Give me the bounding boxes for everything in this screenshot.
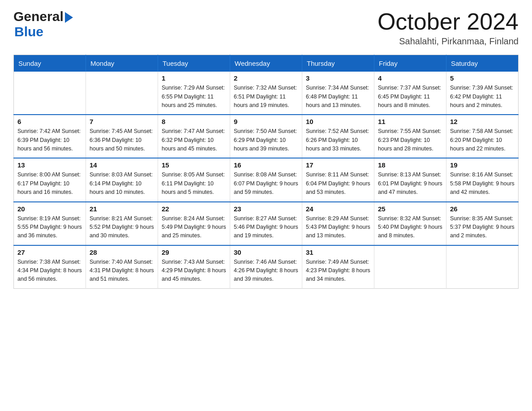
calendar-cell: 28Sunrise: 7:40 AM Sunset: 4:31 PM Dayli… [86,245,158,289]
calendar-header-friday: Friday [374,55,446,72]
calendar-cell: 29Sunrise: 7:43 AM Sunset: 4:29 PM Dayli… [158,245,230,289]
day-number: 4 [378,74,442,82]
calendar-week-row: 27Sunrise: 7:38 AM Sunset: 4:34 PM Dayli… [14,245,519,289]
calendar-cell: 18Sunrise: 8:13 AM Sunset: 6:01 PM Dayli… [374,158,446,201]
day-number: 2 [234,74,298,82]
calendar-cell: 14Sunrise: 8:03 AM Sunset: 6:14 PM Dayli… [86,158,158,201]
calendar-cell: 2Sunrise: 7:32 AM Sunset: 6:51 PM Daylig… [230,72,302,115]
calendar-header-tuesday: Tuesday [158,55,230,72]
day-number: 23 [234,205,298,213]
calendar-cell: 25Sunrise: 8:32 AM Sunset: 5:40 PM Dayli… [374,202,446,245]
calendar-header-thursday: Thursday [302,55,374,72]
day-info-text: Sunrise: 8:24 AM Sunset: 5:49 PM Dayligh… [162,214,226,240]
day-number: 8 [162,118,226,125]
day-info-text: Sunrise: 8:27 AM Sunset: 5:46 PM Dayligh… [234,214,298,240]
day-number: 24 [306,205,370,213]
day-info-text: Sunrise: 7:58 AM Sunset: 6:20 PM Dayligh… [450,127,515,153]
calendar-cell: 21Sunrise: 8:21 AM Sunset: 5:52 PM Dayli… [86,202,158,245]
calendar-header-wednesday: Wednesday [230,55,302,72]
day-number: 7 [90,118,154,125]
calendar-cell: 31Sunrise: 7:49 AM Sunset: 4:23 PM Dayli… [302,245,374,289]
day-number: 17 [306,161,370,169]
logo-arrow-icon [65,12,73,23]
location-text: Sahalahti, Pirkanmaa, Finland [378,36,519,47]
day-number: 16 [234,161,298,169]
calendar-cell: 5Sunrise: 7:39 AM Sunset: 6:42 PM Daylig… [446,72,519,115]
calendar-cell: 13Sunrise: 8:00 AM Sunset: 6:17 PM Dayli… [14,158,86,201]
calendar-cell [86,72,158,115]
calendar-cell: 1Sunrise: 7:29 AM Sunset: 6:55 PM Daylig… [158,72,230,115]
calendar-cell: 15Sunrise: 8:05 AM Sunset: 6:11 PM Dayli… [158,158,230,201]
day-number: 15 [162,161,226,169]
calendar-week-row: 1Sunrise: 7:29 AM Sunset: 6:55 PM Daylig… [14,72,519,115]
calendar-cell: 3Sunrise: 7:34 AM Sunset: 6:48 PM Daylig… [302,72,374,115]
calendar-cell [374,245,446,289]
day-info-text: Sunrise: 7:43 AM Sunset: 4:29 PM Dayligh… [162,258,226,284]
calendar-week-row: 20Sunrise: 8:19 AM Sunset: 5:55 PM Dayli… [14,202,519,245]
day-info-text: Sunrise: 8:21 AM Sunset: 5:52 PM Dayligh… [90,214,154,240]
day-number: 5 [450,74,515,82]
calendar-cell [446,245,519,289]
day-info-text: Sunrise: 7:38 AM Sunset: 4:34 PM Dayligh… [17,258,82,284]
day-number: 1 [162,74,226,82]
day-info-text: Sunrise: 7:39 AM Sunset: 6:42 PM Dayligh… [450,84,515,110]
day-number: 12 [450,118,515,125]
calendar-week-row: 13Sunrise: 8:00 AM Sunset: 6:17 PM Dayli… [14,158,519,201]
calendar-cell: 7Sunrise: 7:45 AM Sunset: 6:36 PM Daylig… [86,115,158,158]
calendar-cell: 22Sunrise: 8:24 AM Sunset: 5:49 PM Dayli… [158,202,230,245]
calendar-cell: 24Sunrise: 8:29 AM Sunset: 5:43 PM Dayli… [302,202,374,245]
day-info-text: Sunrise: 7:37 AM Sunset: 6:45 PM Dayligh… [378,84,442,110]
day-number: 20 [17,205,82,213]
day-number: 26 [450,205,515,213]
day-number: 9 [234,118,298,125]
day-number: 3 [306,74,370,82]
calendar-cell: 19Sunrise: 8:16 AM Sunset: 5:58 PM Dayli… [446,158,519,201]
day-info-text: Sunrise: 8:03 AM Sunset: 6:14 PM Dayligh… [90,171,154,197]
calendar-cell [14,72,86,115]
day-info-text: Sunrise: 8:00 AM Sunset: 6:17 PM Dayligh… [17,171,82,197]
day-info-text: Sunrise: 8:19 AM Sunset: 5:55 PM Dayligh… [17,214,82,240]
day-info-text: Sunrise: 8:32 AM Sunset: 5:40 PM Dayligh… [378,214,442,240]
month-title: October 2024 [378,9,519,34]
day-number: 28 [90,248,154,256]
day-info-text: Sunrise: 7:40 AM Sunset: 4:31 PM Dayligh… [90,258,154,284]
day-info-text: Sunrise: 8:35 AM Sunset: 5:37 PM Dayligh… [450,214,515,240]
day-info-text: Sunrise: 8:11 AM Sunset: 6:04 PM Dayligh… [306,171,370,197]
day-info-text: Sunrise: 7:47 AM Sunset: 6:32 PM Dayligh… [162,127,226,153]
calendar-cell: 4Sunrise: 7:37 AM Sunset: 6:45 PM Daylig… [374,72,446,115]
calendar-cell: 27Sunrise: 7:38 AM Sunset: 4:34 PM Dayli… [14,245,86,289]
calendar-header-row: SundayMondayTuesdayWednesdayThursdayFrid… [14,55,519,72]
day-info-text: Sunrise: 7:50 AM Sunset: 6:29 PM Dayligh… [234,127,298,153]
day-info-text: Sunrise: 7:55 AM Sunset: 6:23 PM Dayligh… [378,127,442,153]
calendar-header-sunday: Sunday [14,55,86,72]
day-info-text: Sunrise: 7:42 AM Sunset: 6:39 PM Dayligh… [17,127,82,153]
logo-general-text: General [13,9,64,24]
calendar-cell: 12Sunrise: 7:58 AM Sunset: 6:20 PM Dayli… [446,115,519,158]
calendar-header-monday: Monday [86,55,158,72]
day-info-text: Sunrise: 7:46 AM Sunset: 4:26 PM Dayligh… [234,258,298,284]
calendar-cell: 9Sunrise: 7:50 AM Sunset: 6:29 PM Daylig… [230,115,302,158]
calendar-header-saturday: Saturday [446,55,519,72]
calendar-cell: 16Sunrise: 8:08 AM Sunset: 6:07 PM Dayli… [230,158,302,201]
day-number: 18 [378,161,442,169]
day-number: 13 [17,161,82,169]
day-info-text: Sunrise: 8:29 AM Sunset: 5:43 PM Dayligh… [306,214,370,240]
day-info-text: Sunrise: 7:32 AM Sunset: 6:51 PM Dayligh… [234,84,298,110]
day-number: 21 [90,205,154,213]
day-info-text: Sunrise: 8:16 AM Sunset: 5:58 PM Dayligh… [450,171,515,197]
calendar-cell: 30Sunrise: 7:46 AM Sunset: 4:26 PM Dayli… [230,245,302,289]
day-number: 6 [17,118,82,125]
day-number: 19 [450,161,515,169]
page-header: General Blue October 2024 Sahalahti, Pir… [13,9,519,47]
day-number: 31 [306,248,370,256]
calendar-cell: 17Sunrise: 8:11 AM Sunset: 6:04 PM Dayli… [302,158,374,201]
day-info-text: Sunrise: 7:34 AM Sunset: 6:48 PM Dayligh… [306,84,370,110]
day-number: 27 [17,248,82,256]
calendar-cell: 8Sunrise: 7:47 AM Sunset: 6:32 PM Daylig… [158,115,230,158]
logo: General Blue [13,9,73,39]
day-info-text: Sunrise: 7:45 AM Sunset: 6:36 PM Dayligh… [90,127,154,153]
day-number: 10 [306,118,370,125]
calendar-cell: 11Sunrise: 7:55 AM Sunset: 6:23 PM Dayli… [374,115,446,158]
day-info-text: Sunrise: 8:08 AM Sunset: 6:07 PM Dayligh… [234,171,298,197]
calendar-cell: 26Sunrise: 8:35 AM Sunset: 5:37 PM Dayli… [446,202,519,245]
